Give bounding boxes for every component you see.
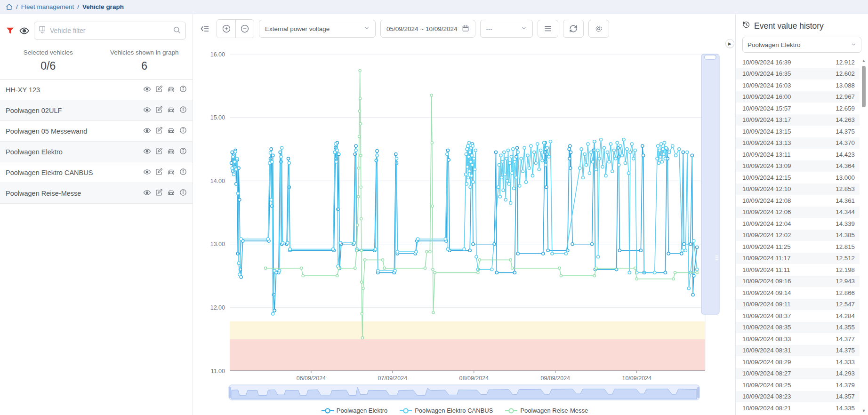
event-value: 14.335 — [836, 405, 855, 412]
event-row[interactable]: 10/09/2024 08:27 14.293 — [736, 368, 860, 380]
scroll-thumb[interactable] — [862, 66, 866, 107]
event-row[interactable]: 10/09/2024 11:17 12.512 — [736, 253, 860, 264]
event-row[interactable]: 10/09/2024 09:16 12.943 — [736, 276, 860, 287]
row-vehicle-icon[interactable] — [167, 127, 175, 136]
event-row[interactable]: 10/09/2024 09:11 12.547 — [736, 299, 860, 311]
event-row[interactable]: 10/09/2024 08:21 14.335 — [736, 402, 860, 414]
menu-button[interactable] — [538, 20, 558, 38]
event-row[interactable]: 10/09/2024 08:37 14.284 — [736, 310, 860, 322]
legend-item-1[interactable]: Poolwagen Elektro CANBUS — [400, 407, 493, 414]
row-edit-icon[interactable] — [155, 168, 163, 177]
row-vehicle-icon[interactable] — [167, 106, 175, 115]
date-range-input[interactable]: 05/09/2024 ~ 10/09/2024 — [380, 20, 475, 38]
filter-funnel-icon[interactable] — [6, 26, 15, 35]
vehicle-filter-input[interactable] — [50, 27, 169, 34]
metric-select[interactable]: External power voltage — [259, 20, 376, 38]
row-visibility-icon[interactable] — [143, 189, 151, 198]
event-row[interactable]: 10/09/2024 13:15 14.375 — [736, 126, 860, 137]
event-row[interactable]: 10/09/2024 13:11 14.423 — [736, 149, 860, 160]
event-row[interactable]: 10/09/2024 12:02 14.385 — [736, 230, 860, 241]
event-row[interactable]: 10/09/2024 12:04 14.339 — [736, 218, 860, 230]
row-info-icon[interactable] — [179, 168, 187, 177]
event-row[interactable]: 10/09/2024 08:29 14.333 — [736, 356, 860, 368]
legend-item-0[interactable]: Poolwagen Elektro — [321, 407, 387, 414]
row-vehicle-icon[interactable] — [167, 168, 175, 177]
chart-zoom-slider[interactable] — [701, 54, 719, 314]
chart-navigator[interactable] — [229, 385, 699, 400]
event-row[interactable]: 10/09/2024 13:13 14.370 — [736, 137, 860, 149]
event-row[interactable]: 10/09/2024 11:25 12.815 — [736, 241, 860, 253]
row-info-icon[interactable] — [179, 106, 187, 115]
slider-handle[interactable] — [705, 55, 716, 59]
navigator-left-handle[interactable] — [229, 387, 231, 398]
row-vehicle-icon[interactable] — [167, 189, 175, 198]
visibility-toggle-icon[interactable] — [19, 26, 29, 36]
event-row[interactable]: 10/09/2024 08:35 14.355 — [736, 322, 860, 334]
event-value: 14.284 — [836, 312, 855, 319]
event-row[interactable]: 10/09/2024 12:10 12.853 — [736, 184, 860, 195]
row-visibility-icon[interactable] — [143, 85, 151, 95]
scroll-down-icon[interactable]: ▼ — [860, 408, 867, 413]
event-row[interactable]: 10/09/2024 08:23 14.357 — [736, 391, 860, 403]
row-visibility-icon[interactable] — [143, 127, 151, 136]
event-row[interactable]: 10/09/2024 08:31 14.375 — [736, 345, 860, 357]
event-row[interactable]: 10/09/2024 16:03 13.088 — [736, 80, 860, 91]
history-vehicle-select[interactable]: Poolwagen Elektro — [742, 37, 861, 53]
vehicle-list-item[interactable]: Poolwagen 02ULF — [0, 100, 193, 121]
row-edit-icon[interactable] — [155, 85, 163, 94]
event-row[interactable]: 10/09/2024 08:25 14.379 — [736, 379, 860, 391]
event-row[interactable]: 10/09/2024 15:57 12.659 — [736, 103, 860, 114]
search-icon[interactable] — [173, 26, 181, 36]
row-edit-icon[interactable] — [155, 106, 163, 115]
vehicle-graph-chart[interactable]: 11.0012.0013.0014.0015.0016.0006/09/2024… — [193, 43, 735, 415]
event-row[interactable]: 10/09/2024 11:11 12.198 — [736, 264, 860, 276]
navigator-right-handle[interactable] — [697, 387, 699, 398]
scroll-up-icon[interactable]: ▲ — [860, 58, 867, 63]
vehicle-list-item[interactable]: Poolwagen Reise-Messe — [0, 183, 193, 204]
row-info-icon[interactable] — [179, 85, 187, 94]
zoom-out-button[interactable] — [235, 20, 254, 38]
event-row[interactable]: 10/09/2024 16:00 12.967 — [736, 91, 860, 103]
breadcrumb-current-vehicle-graph: Vehicle graph — [82, 3, 124, 10]
vehicle-list-item[interactable]: Poolwagen 05 Messewand — [0, 121, 193, 142]
row-vehicle-icon[interactable] — [167, 85, 175, 95]
vehicle-list-item[interactable]: HH-XY 123 — [0, 80, 193, 100]
event-list-scrollbar[interactable]: ▲ ▼ — [860, 56, 867, 415]
row-visibility-icon[interactable] — [143, 147, 151, 157]
row-visibility-icon[interactable] — [143, 168, 151, 177]
settings-button[interactable] — [588, 20, 609, 38]
row-info-icon[interactable] — [179, 147, 187, 156]
breadcrumb-link-fleet-management[interactable]: Fleet management — [21, 3, 74, 10]
home-icon[interactable] — [6, 3, 13, 10]
event-row[interactable]: 10/09/2024 12:08 14.361 — [736, 195, 860, 207]
event-row[interactable]: 10/09/2024 13:09 14.364 — [736, 160, 860, 172]
zoom-in-button[interactable] — [217, 20, 235, 38]
event-row[interactable]: 10/09/2024 16:39 12.912 — [736, 56, 860, 68]
columns-icon[interactable] — [39, 26, 46, 36]
row-visibility-icon[interactable] — [143, 106, 151, 115]
row-edit-icon[interactable] — [155, 189, 163, 198]
row-info-icon[interactable] — [179, 189, 187, 198]
row-edit-icon[interactable] — [155, 147, 163, 156]
event-value: 13.088 — [836, 82, 855, 89]
legend-item-2[interactable]: Poolwagen Reise-Messe — [505, 407, 588, 414]
event-row[interactable]: 10/09/2024 16:35 12.602 — [736, 68, 860, 80]
event-row[interactable]: 10/09/2024 12:06 14.344 — [736, 207, 860, 218]
event-row[interactable]: 10/09/2024 08:33 14.377 — [736, 333, 860, 345]
event-row[interactable]: 10/09/2024 09:14 12.866 — [736, 287, 860, 299]
row-vehicle-icon[interactable] — [167, 147, 175, 157]
event-row[interactable]: 10/09/2024 12:15 13.000 — [736, 172, 860, 184]
collapse-left-panel-button[interactable] — [198, 20, 212, 38]
vehicle-list-item[interactable]: Poolwagen Elektro CANBUS — [0, 162, 193, 183]
secondary-select[interactable]: --- — [480, 20, 533, 38]
event-value: 14.375 — [836, 128, 855, 135]
row-edit-icon[interactable] — [155, 127, 163, 136]
selected-vehicles-label: Selected vehicles — [0, 49, 96, 56]
event-row[interactable]: 10/09/2024 13:17 14.263 — [736, 114, 860, 126]
event-time: 10/09/2024 11:25 — [742, 243, 836, 250]
expand-right-panel-button[interactable]: ▶ — [725, 39, 734, 48]
row-info-icon[interactable] — [179, 127, 187, 136]
vehicle-list-item[interactable]: Poolwagen Elektro — [0, 142, 193, 162]
refresh-button[interactable] — [563, 20, 584, 38]
chevron-down-icon — [851, 41, 856, 48]
